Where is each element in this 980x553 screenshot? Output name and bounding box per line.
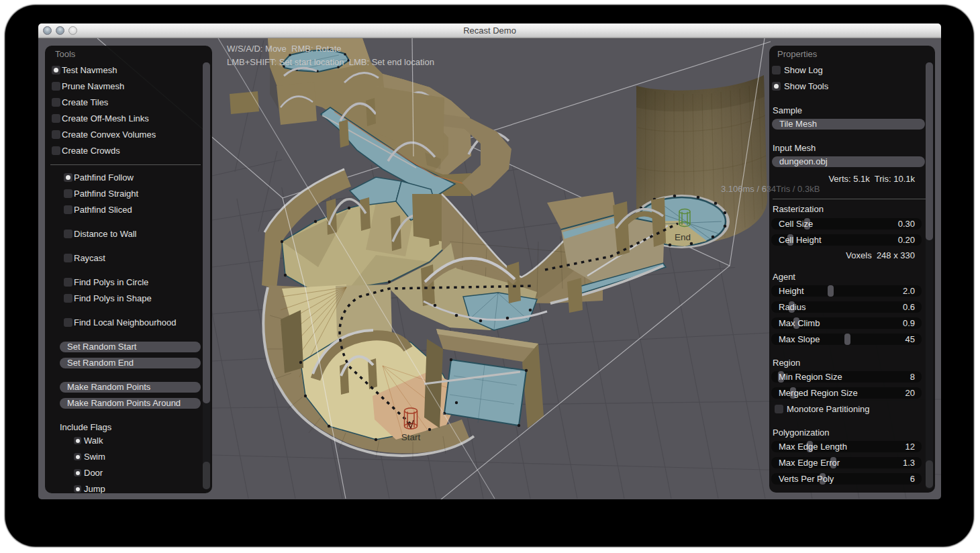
svg-text:Start: Start <box>401 432 421 442</box>
svg-text:End: End <box>675 232 691 242</box>
